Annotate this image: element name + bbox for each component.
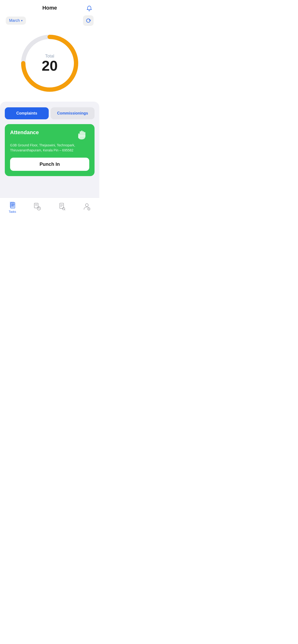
month-label: March <box>9 18 20 23</box>
work-settings-icon <box>33 202 42 211</box>
reports-icon <box>58 202 66 211</box>
bottom-nav: Tasks <box>0 198 99 218</box>
svg-point-17 <box>38 208 39 209</box>
attendance-card-header: Attendance <box>10 130 89 143</box>
donut-value: 20 <box>42 59 58 73</box>
header: Home <box>0 0 99 14</box>
attendance-title: Attendance <box>10 130 39 136</box>
punch-in-button[interactable]: Punch In <box>10 158 89 171</box>
svg-point-24 <box>85 204 88 206</box>
chart-area: Total 20 <box>0 30 99 102</box>
nav-item-tasks[interactable]: Tasks <box>0 200 25 214</box>
tab-complaints[interactable]: Complaints <box>5 107 49 119</box>
tasks-icon <box>8 200 17 209</box>
svg-point-26 <box>88 208 89 210</box>
refresh-button[interactable] <box>83 15 94 26</box>
nav-item-profile[interactable] <box>75 202 100 212</box>
donut-center: Total 20 <box>42 54 58 73</box>
tab-row: Complaints Commissionings <box>5 107 95 119</box>
nav-item-reports[interactable] <box>50 202 75 212</box>
page-title: Home <box>42 5 57 11</box>
hand-stop-icon <box>76 130 89 143</box>
nav-item-work[interactable] <box>25 202 50 212</box>
svg-line-23 <box>64 210 65 210</box>
month-selector-button[interactable]: March ▾ <box>6 16 26 25</box>
notification-bell-icon[interactable] <box>85 4 94 13</box>
controls-row: March ▾ <box>0 14 99 30</box>
nav-label-tasks: Tasks <box>9 210 16 214</box>
attendance-card: Attendance G3B Ground Floor, Thejaswini,… <box>5 124 95 176</box>
donut-chart: Total 20 <box>19 32 81 94</box>
chevron-down-icon: ▾ <box>21 19 23 22</box>
tab-commissionings[interactable]: Commissionings <box>51 107 95 119</box>
profile-icon <box>83 202 91 211</box>
attendance-address: G3B Ground Floor, Thejaswini, Technopark… <box>10 143 89 153</box>
bottom-section: Complaints Commissionings Attendance G3B… <box>0 102 99 198</box>
